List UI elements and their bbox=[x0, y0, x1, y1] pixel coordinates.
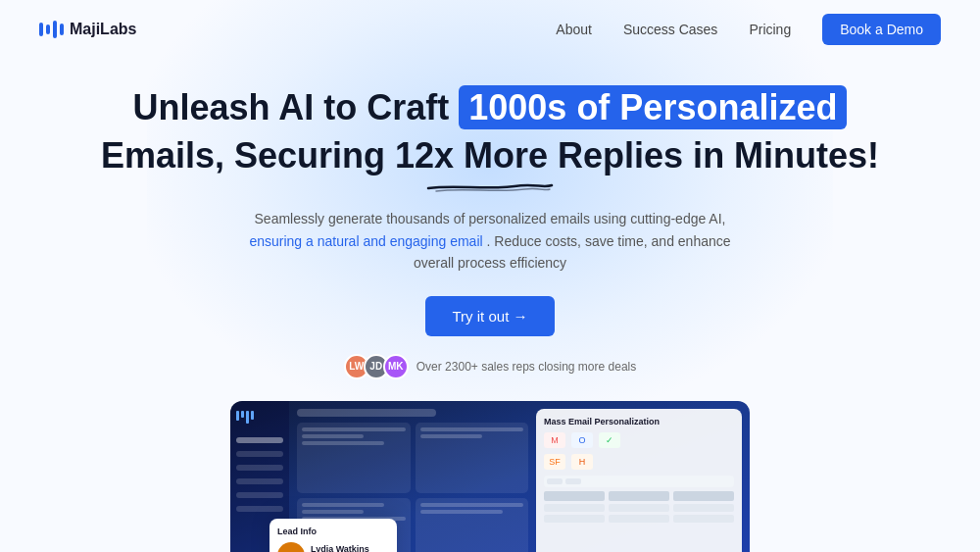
dashboard-preview: Mass Email Personalization M O ✓ SF H bbox=[230, 401, 750, 552]
dash-nav-item-1 bbox=[236, 451, 283, 457]
check-icon: ✓ bbox=[599, 432, 620, 448]
lead-card-title: Lead Info bbox=[277, 527, 389, 536]
dash-table-row-2 bbox=[544, 515, 734, 523]
crm-providers-row: SF H bbox=[544, 454, 734, 470]
dash-nav-item-5 bbox=[236, 506, 283, 512]
hero-title-line1: Unleash AI to Craft 1000s of Personalize… bbox=[39, 86, 941, 128]
dash-nav-home bbox=[236, 437, 283, 443]
logo-text: MajiLabs bbox=[70, 21, 136, 38]
underline-decoration bbox=[426, 180, 554, 190]
dash-card-1 bbox=[297, 423, 411, 494]
social-proof: LW JD MK Over 2300+ sales reps closing m… bbox=[39, 354, 941, 379]
avatar-group: LW JD MK bbox=[344, 354, 409, 379]
dash-header bbox=[297, 409, 436, 417]
nav-link-about[interactable]: About bbox=[556, 22, 592, 37]
lead-info-card: Lead Info LW Lydia Watkins Investor www.… bbox=[270, 519, 397, 552]
nav-links: About Success Cases Pricing Book a Demo bbox=[556, 14, 941, 45]
dash-card-2 bbox=[416, 423, 529, 494]
dash-nav-item-3 bbox=[236, 478, 283, 484]
nav-link-success-cases[interactable]: Success Cases bbox=[623, 22, 717, 37]
hero-subtitle-link[interactable]: ensuring a natural and engaging email bbox=[249, 233, 482, 249]
book-demo-button[interactable]: Book a Demo bbox=[822, 14, 941, 45]
email-providers-row: M O ✓ bbox=[544, 432, 734, 448]
dash-card-4 bbox=[416, 498, 529, 552]
dash-table-header bbox=[544, 491, 734, 501]
navbar: MajiLabs About Success Cases Pricing Boo… bbox=[0, 0, 980, 59]
social-proof-text: Over 2300+ sales reps closing more deals bbox=[416, 360, 636, 374]
lead-info: Lydia Watkins Investor www.linkedin.com/… bbox=[311, 544, 397, 552]
nav-link-pricing[interactable]: Pricing bbox=[749, 22, 791, 37]
logo[interactable]: MajiLabs bbox=[39, 21, 136, 38]
dashboard-right-panel: Mass Email Personalization M O ✓ SF H bbox=[536, 409, 742, 552]
dash-logo bbox=[236, 411, 283, 424]
mass-email-title: Mass Email Personalization bbox=[544, 417, 734, 427]
hero-subtitle: Seamlessly generate thousands of persona… bbox=[235, 208, 745, 274]
hero-title-line2: Emails, Securing 12x More Replies in Min… bbox=[39, 134, 941, 176]
dash-table-row-1 bbox=[544, 504, 734, 512]
logo-icon bbox=[39, 21, 64, 38]
hero-title-pre: Unleash AI to Craft bbox=[133, 87, 450, 127]
dash-nav-item-2 bbox=[236, 465, 283, 471]
hero-subtitle-pre: Seamlessly generate thousands of persona… bbox=[255, 211, 726, 226]
lead-person: LW Lydia Watkins Investor www.linkedin.c… bbox=[277, 542, 389, 552]
try-it-out-button[interactable]: Try it out → bbox=[425, 296, 556, 336]
outlook-icon: O bbox=[571, 432, 593, 448]
hero-section: Unleash AI to Craft 1000s of Personalize… bbox=[0, 59, 980, 379]
hero-title-highlight: 1000s of Personalized bbox=[459, 85, 847, 129]
salesforce-icon: SF bbox=[544, 454, 565, 470]
avatar-3: MK bbox=[383, 354, 409, 379]
dash-nav-item-4 bbox=[236, 492, 283, 498]
lead-name: Lydia Watkins bbox=[311, 544, 397, 552]
preview-wrapper: Mass Email Personalization M O ✓ SF H bbox=[0, 401, 980, 552]
gmail-icon: M bbox=[544, 432, 565, 448]
lead-avatar: LW bbox=[277, 542, 305, 552]
hubspot-icon: H bbox=[571, 454, 593, 470]
